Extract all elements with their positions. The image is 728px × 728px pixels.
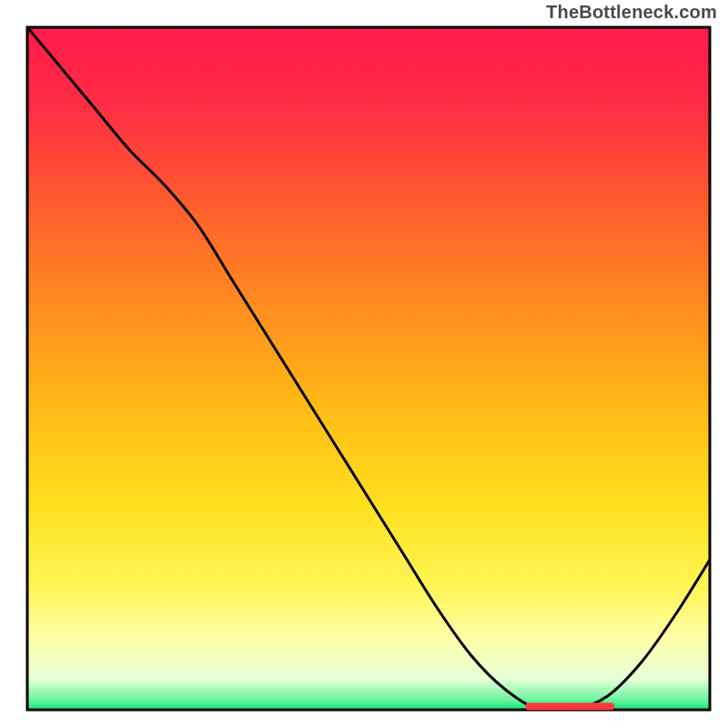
gradient-background: [27, 27, 710, 710]
bottleneck-chart: [0, 0, 728, 728]
chart-stage: TheBottleneck.com: [0, 0, 728, 728]
optimum-marker: [526, 703, 615, 710]
watermark-text: TheBottleneck.com: [546, 2, 717, 23]
